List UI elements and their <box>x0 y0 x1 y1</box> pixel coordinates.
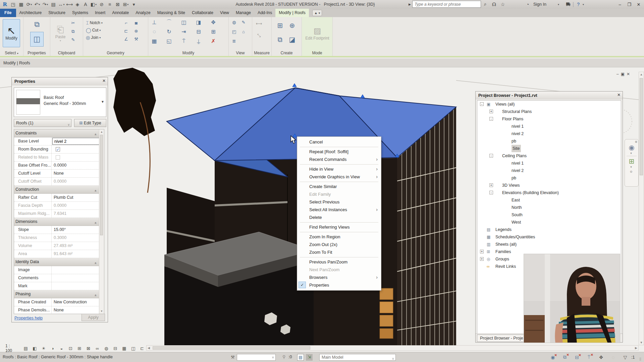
tree-item-label[interactable]: Revit Links <box>495 263 516 270</box>
array-icon[interactable]: ▦ <box>151 38 158 44</box>
property-value[interactable] <box>52 266 104 274</box>
checkbox[interactable]: ✓ <box>56 147 60 152</box>
menu-item-properties[interactable]: Properties✓ <box>297 281 381 289</box>
select-links-icon[interactable]: ⧉✕ <box>559 354 571 360</box>
displacement-sets-icon[interactable]: ◫ <box>129 345 138 352</box>
menu-item-repeat-roof-soffit-[interactable]: Repeat [Roof: Soffit] <box>297 148 381 156</box>
tree-item-nivel-2[interactable]: nivel 2 <box>477 167 621 174</box>
menu-item-cancel[interactable]: Cancel <box>297 138 381 146</box>
search-icon[interactable]: ⌕ <box>481 1 490 7</box>
design-options-dropdown[interactable]: Main Model∨ <box>319 354 396 361</box>
rotate-icon[interactable]: ↻ <box>166 28 172 35</box>
expand-icon[interactable]: + <box>489 183 493 187</box>
paint-icon[interactable]: ◙ <box>133 20 140 26</box>
menu-item-select-all-instances[interactable]: Select All Instances› <box>297 206 381 214</box>
create-group-icon[interactable]: ⊞ <box>275 19 285 32</box>
scale-icon[interactable]: ◱ <box>166 38 172 44</box>
menu-item-previous-pan-zoom[interactable]: Previous Pan/Zoom <box>297 258 381 266</box>
select-pinned-icon[interactable]: ⍑✕ <box>583 354 595 360</box>
scroll-thumb[interactable] <box>153 346 310 350</box>
sync-icon[interactable]: ⟳▾ <box>25 1 33 8</box>
quick-access-toolbar[interactable]: R◳▦⟳▾↶▾↷▾▤↔▾⟷◈A◧▾⊘≡⊠⊞▾▾ <box>1 0 138 8</box>
menu-item-zoom-in-region[interactable]: Zoom In Region <box>297 233 381 241</box>
scroll-down-icon[interactable]: ▼ <box>639 341 644 344</box>
create-similar-icon[interactable]: ⊕ <box>287 19 297 32</box>
sign-in-button[interactable]: Sign In <box>533 2 546 7</box>
collapse-icon[interactable]: - <box>489 154 493 158</box>
scroll-left-icon[interactable]: ◀ <box>148 346 150 350</box>
panel-label-properties[interactable]: Properties <box>23 51 50 55</box>
mirror-draw-axis-icon[interactable]: ◨ <box>195 19 202 25</box>
tree-item-label[interactable]: Floor Plans <box>502 115 523 123</box>
tree-item-site[interactable]: Site <box>477 145 621 152</box>
linework-icon[interactable]: ✎ <box>240 19 247 25</box>
properties-palette-title[interactable]: Properties <box>12 77 108 85</box>
tree-item-label[interactable]: Families <box>495 248 511 255</box>
unpin-icon[interactable]: ⍊ <box>195 38 202 44</box>
drag-on-selection-icon[interactable]: ✥ <box>595 355 607 360</box>
properties-close-icon[interactable]: ✕ <box>102 78 106 83</box>
menu-item-zoom-out-2x-[interactable]: Zoom Out (2x) <box>297 241 381 248</box>
tree-item-label[interactable]: nivel 1 <box>512 160 524 167</box>
scroll-right-icon[interactable]: ▶ <box>635 346 637 350</box>
section-header-identity-data[interactable]: Identity Data» <box>14 258 104 266</box>
tab-manage[interactable]: Manage <box>232 9 254 17</box>
split-element-icon[interactable]: ⊟ <box>195 28 202 35</box>
tree-item-pb[interactable]: pb <box>477 137 621 145</box>
help-caret-icon[interactable]: ▾ <box>583 3 584 6</box>
tab-collaborate[interactable]: Collaborate <box>189 9 217 17</box>
paste-button[interactable]: ⎗ Paste▾ <box>53 19 68 47</box>
zoom-region-icon[interactable]: ⊞ <box>629 157 635 165</box>
scroll-thumb[interactable] <box>100 135 103 235</box>
tree-item-north[interactable]: North <box>477 204 621 211</box>
view-scale-button[interactable]: 1 : 100 <box>0 344 21 353</box>
cut-button[interactable]: ◯ Cut▾ <box>86 26 103 34</box>
measure-icon[interactable]: ↔▾ <box>58 1 65 8</box>
panel-label-clipboard[interactable]: Clipboard <box>50 51 83 55</box>
property-value[interactable]: 27.493 m³ <box>52 242 104 250</box>
menu-item-hide-in-view[interactable]: Hide in View› <box>297 165 381 173</box>
worksharing-display-icon[interactable]: ⊟ <box>111 345 119 352</box>
panel-label-view[interactable]: View <box>229 51 252 55</box>
apply-button[interactable]: Apply <box>82 314 105 321</box>
tree-item-nivel-1[interactable]: nivel 1 <box>477 160 621 167</box>
expand-icon[interactable]: + <box>489 110 493 113</box>
panel-label-select[interactable]: Select ▾ <box>0 51 23 55</box>
temporary-view-properties-icon[interactable]: ▦ <box>120 345 128 352</box>
split-with-gap-icon[interactable]: ⊞ <box>210 28 217 35</box>
tag-icon[interactable]: ◈ <box>74 1 81 8</box>
cut-to-clipboard-icon[interactable]: ✂ <box>70 20 76 26</box>
scroll-up-icon[interactable]: ▲ <box>99 130 104 133</box>
property-value[interactable] <box>52 154 104 161</box>
tab-systems[interactable]: Systems <box>69 9 92 17</box>
property-value[interactable]: 15.00° <box>52 226 104 234</box>
cutaway-icon[interactable]: ◰ <box>231 28 237 35</box>
visual-style-icon[interactable]: ◧ <box>31 345 39 352</box>
navbar-caret-icon[interactable]: ▾ <box>630 152 632 155</box>
modify-button[interactable]: ↖ Modify <box>3 19 20 47</box>
property-value[interactable]: 0.0000 <box>52 202 104 209</box>
section-header-constraints[interactable]: Constraints» <box>14 129 104 137</box>
property-value[interactable]: 0.3000 <box>52 234 104 242</box>
print-icon[interactable]: ▤ <box>50 1 57 8</box>
tree-item-ceiling-plans[interactable]: -Ceiling Plans <box>477 152 621 160</box>
panel-label-create[interactable]: Create <box>272 51 302 55</box>
tree-item-east[interactable]: East <box>477 196 621 204</box>
revit-logo[interactable]: R <box>1 1 9 8</box>
navigation-bar[interactable]: ⊗ ◉ ▾ ⊞ ▾ ⊖ <box>625 139 639 187</box>
tree-item-schedules-quantities[interactable]: ▦Schedules/Quantities <box>477 233 621 241</box>
section-icon[interactable]: ⊘ <box>98 1 105 8</box>
tree-item-3d-views[interactable]: +3D Views <box>477 182 621 189</box>
menu-item-create-similar[interactable]: Create Similar <box>297 183 381 190</box>
panel-label-measure[interactable]: Measure <box>252 51 271 55</box>
project-browser-close-icon[interactable]: ✕ <box>617 93 621 97</box>
tree-item-label[interactable]: Structural Plans <box>502 108 532 115</box>
demolish-icon[interactable]: ⚒ <box>133 36 140 42</box>
project-browser-title[interactable]: Project Browser - Project1.rvt <box>476 92 623 100</box>
tree-item-label[interactable]: East <box>512 196 520 204</box>
close-hidden-windows-icon[interactable]: ⊠ <box>114 1 121 8</box>
scroll-down-icon[interactable]: ▼ <box>99 310 104 313</box>
section-header-dimensions[interactable]: Dimensions» <box>14 218 104 226</box>
save-icon[interactable]: ▦ <box>17 1 25 8</box>
menu-item-zoom-to-fit[interactable]: Zoom To Fit <box>297 248 381 256</box>
